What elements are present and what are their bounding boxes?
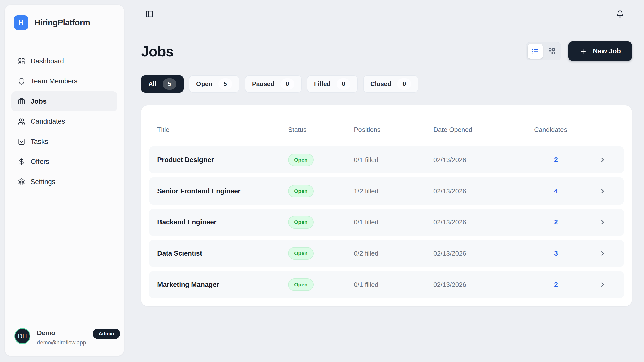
date-opened-cell: 02/13/2026 bbox=[433, 187, 534, 195]
user-profile[interactable]: DH Demo demo@hireflow.app Admin bbox=[11, 326, 117, 349]
job-title: Backend Engineer bbox=[157, 218, 288, 226]
table-row[interactable]: Marketing Manager Open 0/1 filled 02/13/… bbox=[149, 271, 624, 298]
row-chevron[interactable] bbox=[599, 250, 616, 257]
status-badge: Open bbox=[288, 247, 314, 260]
page-title: Jobs bbox=[141, 43, 173, 60]
filter-label: Closed bbox=[370, 80, 391, 88]
jobs-table: TitleStatusPositionsDate OpenedCandidate… bbox=[141, 105, 632, 306]
date-opened-cell: 02/13/2026 bbox=[433, 281, 534, 289]
row-chevron[interactable] bbox=[599, 281, 616, 288]
filter-tab-filled[interactable]: Filled 0 bbox=[307, 75, 358, 93]
date-opened-cell: 02/13/2026 bbox=[433, 250, 534, 257]
candidates-count[interactable]: 4 bbox=[534, 187, 578, 195]
filter-label: Open bbox=[196, 80, 212, 88]
column-header: Candidates bbox=[534, 126, 578, 134]
sidebar-item-label: Offers bbox=[31, 158, 49, 166]
role-badge: Admin bbox=[93, 329, 120, 339]
sidebar-item-tasks[interactable]: Tasks bbox=[11, 131, 117, 152]
positions-cell: 0/1 filled bbox=[354, 156, 433, 164]
nav-icon bbox=[18, 178, 25, 186]
sidebar-item-team-members[interactable]: Team Members bbox=[11, 71, 117, 91]
filter-label: Filled bbox=[314, 80, 331, 88]
status-badge: Open bbox=[288, 185, 314, 197]
column-header: Title bbox=[157, 126, 288, 134]
status-badge: Open bbox=[288, 216, 314, 229]
status-cell: Open bbox=[288, 247, 354, 260]
candidates-count[interactable]: 2 bbox=[534, 218, 578, 226]
table-row[interactable]: Product Designer Open 0/1 filled 02/13/2… bbox=[149, 146, 624, 173]
sidebar-item-settings[interactable]: Settings bbox=[11, 172, 117, 192]
list-view-icon bbox=[532, 48, 539, 55]
sidebar-item-label: Settings bbox=[31, 178, 55, 186]
positions-cell: 1/2 filled bbox=[354, 187, 433, 195]
table-row[interactable]: Data Scientist Open 0/2 filled 02/13/202… bbox=[149, 240, 624, 267]
candidates-count[interactable]: 2 bbox=[534, 156, 578, 164]
job-title: Senior Frontend Engineer bbox=[157, 187, 288, 195]
sidebar-item-label: Jobs bbox=[31, 98, 47, 105]
filter-tab-open[interactable]: Open 5 bbox=[189, 75, 239, 93]
candidates-count[interactable]: 3 bbox=[534, 250, 578, 257]
positions-cell: 0/1 filled bbox=[354, 218, 433, 226]
sidebar-toggle-button[interactable] bbox=[144, 9, 155, 19]
filter-label: All bbox=[148, 80, 156, 88]
sidebar-item-label: Tasks bbox=[31, 138, 48, 146]
plus-icon bbox=[579, 48, 587, 55]
chevron-right-icon bbox=[599, 281, 606, 288]
header-controls: New Job bbox=[526, 41, 632, 61]
table-row[interactable]: Backend Engineer Open 0/1 filled 02/13/2… bbox=[149, 209, 624, 236]
chevron-right-icon bbox=[599, 250, 606, 257]
topbar bbox=[129, 0, 644, 28]
status-cell: Open bbox=[288, 154, 354, 166]
sidebar-item-label: Team Members bbox=[31, 77, 77, 85]
avatar: DH bbox=[14, 328, 30, 344]
sidebar-nav: Dashboard Team Members Jobs Candidates T… bbox=[11, 51, 117, 192]
sidebar-item-jobs[interactable]: Jobs bbox=[11, 91, 117, 111]
candidates-count[interactable]: 2 bbox=[534, 281, 578, 289]
positions-cell: 0/2 filled bbox=[354, 250, 433, 257]
user-name: Demo bbox=[37, 329, 86, 337]
sidebar-item-dashboard[interactable]: Dashboard bbox=[11, 51, 117, 71]
positions-cell: 0/1 filled bbox=[354, 281, 433, 289]
list-view-button[interactable] bbox=[528, 44, 543, 59]
new-job-label: New Job bbox=[593, 47, 621, 55]
table-row[interactable]: Senior Frontend Engineer Open 1/2 filled… bbox=[149, 177, 624, 205]
nav-icon bbox=[18, 78, 25, 85]
filter-tab-closed[interactable]: Closed 0 bbox=[363, 75, 418, 93]
row-chevron[interactable] bbox=[599, 219, 616, 226]
job-title: Data Scientist bbox=[157, 250, 288, 257]
job-title: Product Designer bbox=[157, 156, 288, 164]
chevron-right-icon bbox=[599, 188, 606, 195]
filter-count-badge: 5 bbox=[218, 78, 232, 90]
table-header: TitleStatusPositionsDate OpenedCandidate… bbox=[149, 113, 624, 146]
status-cell: Open bbox=[288, 278, 354, 291]
sidebar-item-offers[interactable]: Offers bbox=[11, 152, 117, 172]
status-cell: Open bbox=[288, 216, 354, 229]
chevron-right-icon bbox=[599, 156, 606, 163]
sidebar-item-label: Dashboard bbox=[31, 57, 64, 65]
user-email: demo@hireflow.app bbox=[37, 339, 86, 346]
row-chevron[interactable] bbox=[599, 156, 616, 163]
chevron-right-icon bbox=[599, 219, 606, 226]
filter-tab-paused[interactable]: Paused 0 bbox=[245, 75, 302, 93]
main-area: Jobs New Job All bbox=[129, 0, 644, 362]
column-header: Status bbox=[288, 126, 354, 134]
sidebar-item-candidates[interactable]: Candidates bbox=[11, 111, 117, 131]
new-job-button[interactable]: New Job bbox=[568, 41, 632, 61]
view-toggle bbox=[526, 42, 561, 60]
app-logo-row: H HiringPlatform bbox=[11, 11, 117, 30]
row-chevron[interactable] bbox=[599, 188, 616, 195]
app-name: HiringPlatform bbox=[34, 18, 90, 27]
column-header: Date Opened bbox=[433, 126, 534, 134]
date-opened-cell: 02/13/2026 bbox=[433, 218, 534, 226]
app-logo: H bbox=[14, 15, 28, 30]
status-badge: Open bbox=[288, 278, 314, 291]
grid-view-button[interactable] bbox=[544, 44, 559, 59]
nav-icon bbox=[18, 98, 25, 105]
nav-icon bbox=[18, 118, 25, 125]
filter-count-badge: 5 bbox=[163, 78, 176, 90]
status-badge: Open bbox=[288, 154, 314, 166]
filter-tabs: All 5 Open 5 Paused 0 Filled 0 Closed 0 bbox=[141, 75, 632, 93]
notifications-button[interactable] bbox=[615, 9, 625, 19]
filter-tab-all[interactable]: All 5 bbox=[141, 75, 184, 93]
filter-label: Paused bbox=[252, 80, 274, 88]
